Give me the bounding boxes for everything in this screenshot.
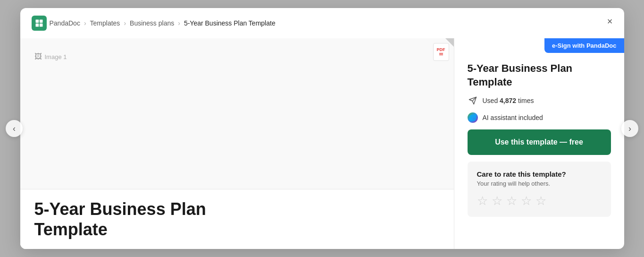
main-content: PDF 🖼 Image 1: [20, 38, 624, 249]
star-3[interactable]: ☆: [506, 194, 517, 208]
preview-doc-title: 5-Year Business Plan Template: [34, 199, 440, 240]
ai-label: AI assistant included: [483, 114, 543, 121]
breadcrumb-current-page: 5-Year Business Plan Template: [184, 19, 276, 27]
ai-assistant-row: 🌐 AI assistant included: [468, 112, 611, 123]
star-rating[interactable]: ☆ ☆ ☆ ☆ ☆: [477, 194, 602, 208]
rating-subtitle: Your rating will help others.: [477, 180, 602, 187]
breadcrumb-separator-3: ›: [178, 19, 180, 27]
modal-dialog: × PandaDoc › Templates › Business plans …: [20, 8, 624, 249]
breadcrumb: PandaDoc › Templates › Business plans › …: [20, 8, 624, 38]
send-icon: [468, 95, 478, 106]
preview-image-area: 🖼 Image 1: [20, 38, 454, 189]
corner-fold: [445, 38, 454, 47]
svg-rect-2: [35, 24, 39, 27]
star-2[interactable]: ☆: [492, 194, 502, 208]
breadcrumb-separator-1: ›: [84, 19, 86, 27]
prev-arrow[interactable]: ‹: [6, 120, 23, 137]
rating-box: Care to rate this template? Your rating …: [468, 162, 611, 217]
breadcrumb-templates[interactable]: Templates: [90, 19, 120, 27]
next-arrow[interactable]: ›: [621, 120, 638, 137]
breadcrumb-business-plans[interactable]: Business plans: [130, 19, 174, 27]
sidebar-content: 5-Year Business Plan Template Used 4,872: [454, 38, 624, 228]
ai-icon: 🌐: [468, 112, 478, 123]
svg-rect-1: [39, 20, 42, 23]
use-template-button[interactable]: Use this template — free: [468, 129, 611, 155]
right-sidebar: e-Sign with PandaDoc 5-Year Business Pla…: [454, 38, 624, 249]
broken-image: 🖼 Image 1: [34, 52, 67, 61]
used-count-row: Used 4,872 times: [468, 95, 611, 106]
star-5[interactable]: ☆: [535, 194, 546, 208]
used-text: Used 4,872 times: [483, 97, 534, 104]
used-count: 4,872: [500, 97, 516, 104]
template-title: 5-Year Business Plan Template: [468, 62, 611, 89]
star-4[interactable]: ☆: [521, 194, 532, 208]
star-1[interactable]: ☆: [477, 194, 488, 208]
pandadoc-logo[interactable]: [32, 16, 47, 31]
brand-name[interactable]: PandaDoc: [50, 19, 80, 27]
modal-overlay: ‹ × PandaDoc › Templates › Business plan…: [0, 0, 644, 257]
svg-rect-0: [35, 20, 39, 23]
preview-panel: PDF 🖼 Image 1: [20, 38, 454, 249]
breadcrumb-separator-2: ›: [124, 19, 126, 27]
preview-doc-title-area: 5-Year Business Plan Template: [20, 189, 454, 249]
esign-badge: e-Sign with PandaDoc: [544, 38, 624, 53]
svg-rect-3: [39, 24, 42, 27]
rating-title: Care to rate this template?: [477, 170, 602, 178]
broken-image-icon: 🖼: [34, 52, 42, 61]
close-button[interactable]: ×: [603, 15, 617, 28]
